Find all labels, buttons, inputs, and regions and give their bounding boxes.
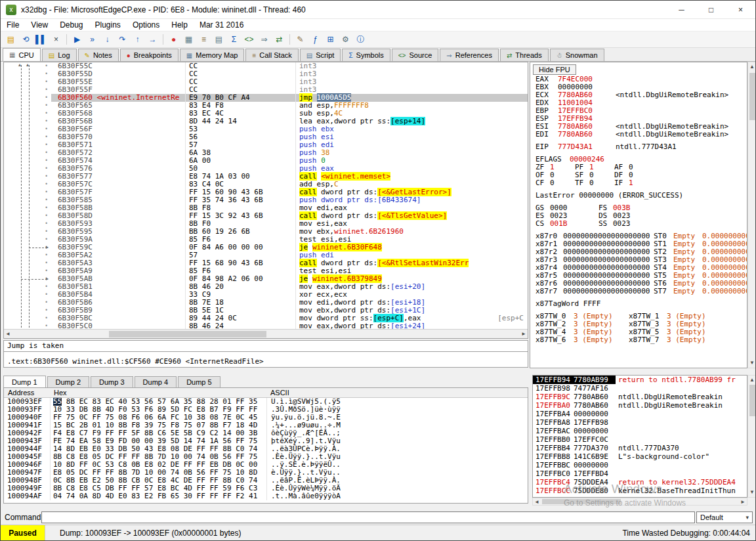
scroll-down-icon[interactable]: ▼ <box>749 359 755 367</box>
menu-debug[interactable]: Debug <box>54 20 89 30</box>
register-row[interactable]: EIP777D43A1ntdll.777D43A1 <box>536 143 747 151</box>
references-icon[interactable]: ⇒ <box>257 33 271 46</box>
register-row[interactable]: EAX7F4EC000 <box>536 76 747 83</box>
flags-row[interactable]: OF0SF0DF0 <box>536 171 747 179</box>
tab-breakpoints[interactable]: ●Breakpoints <box>120 49 178 61</box>
source-icon[interactable]: <> <box>242 33 256 46</box>
x87tw-row[interactable]: x87TW_03 (Empty)x87TW_13 (Empty) <box>536 313 747 320</box>
tab-snowman[interactable]: ☃Snowman <box>550 49 604 61</box>
tab-memory-map[interactable]: ▦Memory Map <box>180 49 245 61</box>
register-row[interactable]: EDI7780AB60<ntdll.DbgUiRemoteBreakin> <box>536 131 747 139</box>
stack-row[interactable]: 17EFFBA07780AB60ntdll.DbgUiRemoteBreakin <box>533 401 747 410</box>
menu-help[interactable]: Help <box>165 20 194 30</box>
stack-row[interactable]: 17EFFB9C7780AB60ntdll.DbgUiRemoteBreakin <box>533 393 747 401</box>
stack-row[interactable]: 17EFFBBC00000000 <box>533 461 747 469</box>
breakpoint-dot[interactable]: • <box>4 291 51 299</box>
tab-dump-5[interactable]: Dump 5 <box>178 376 220 387</box>
breakpoint-dot[interactable]: • <box>4 62 51 70</box>
register-row[interactable]: EFLAGS00000246 <box>536 156 747 163</box>
scroll-left-icon[interactable]: ◄ <box>534 498 539 506</box>
x87tw-row[interactable]: x87TW_23 (Empty)x87TW_33 (Empty) <box>536 320 747 328</box>
breakpoint-dot[interactable]: • <box>4 125 51 133</box>
tab-log[interactable]: ▤Log <box>42 49 77 61</box>
tab-references[interactable]: ⇒References <box>440 49 499 61</box>
tab-dump-3[interactable]: Dump 3 <box>91 376 133 387</box>
stack-row[interactable]: 17EFFBB4777DA370ntdll.777DA370 <box>533 444 747 452</box>
tab-symbols[interactable]: ΣSymbols <box>342 49 390 61</box>
menu-mar-31-2016[interactable]: Mar 31 2016 <box>194 20 249 30</box>
breakpoint-dot[interactable]: • <box>4 314 51 322</box>
breakpoint-dot[interactable]: • <box>4 149 51 157</box>
breakpoint-dot[interactable]: • <box>4 196 51 204</box>
vscroll-thumb[interactable] <box>749 73 755 120</box>
about-icon[interactable]: ⓘ <box>354 33 368 46</box>
memory-map-icon[interactable]: ▦ <box>182 33 196 46</box>
tab-dump-4[interactable]: Dump 4 <box>135 376 177 387</box>
scroll-left-icon[interactable]: ◄ <box>5 330 10 338</box>
register-row[interactable]: EBP17EFFBC0 <box>536 107 747 115</box>
breakpoint-dot[interactable]: • <box>4 283 51 291</box>
breakpoint-dot[interactable]: • <box>4 86 51 94</box>
scroll-up-icon[interactable]: ▲ <box>749 376 755 384</box>
stack-row[interactable]: 17EFFB987477AF16 <box>533 384 747 393</box>
script-icon[interactable]: ▤ <box>212 33 226 46</box>
step-out-icon[interactable]: ↑ <box>131 33 144 46</box>
stack-hscrollbar[interactable]: ◄ ► <box>532 498 747 506</box>
run-to-cursor-icon[interactable]: → <box>146 33 159 46</box>
breakpoint-dot[interactable]: • <box>4 118 51 125</box>
tab-notes[interactable]: ✎Notes <box>78 49 119 61</box>
breakpoint-dot[interactable]: • <box>4 78 51 86</box>
x87-register-row[interactable]: x87r500000000000000000000ST5Empty0.00000… <box>536 272 747 280</box>
vscroll-thumb[interactable] <box>749 385 755 416</box>
x87tw-row[interactable]: x87TW_43 (Empty)x87TW_53 (Empty) <box>536 328 747 336</box>
x87-register-row[interactable]: x87r100000000000000000000ST1Empty0.00000… <box>536 240 747 248</box>
breakpoint-dot[interactable]: • <box>4 307 51 314</box>
animate-icon[interactable]: » <box>85 33 99 46</box>
x87-register-row[interactable]: x87r000000000000000000000ST0Empty0.00000… <box>536 232 747 240</box>
flags-row[interactable]: ZF1PF1AF0 <box>536 163 747 171</box>
segment-row[interactable]: CS001BSS0023 <box>536 220 747 228</box>
segment-row[interactable]: ES0023DS0023 <box>536 212 747 220</box>
breakpoint-dot[interactable]: • <box>4 212 51 220</box>
threads-icon[interactable]: ⇄ <box>272 33 286 46</box>
step-into-icon[interactable]: ↓ <box>100 33 114 46</box>
stack-row[interactable]: 17EFFBA817EFFB98 <box>533 418 747 427</box>
menu-file[interactable]: File <box>1 20 25 30</box>
breakpoint-dot[interactable]: • <box>4 220 51 228</box>
breakpoint-dot[interactable]: • <box>4 157 51 165</box>
symbols-icon[interactable]: Σ <box>227 33 241 46</box>
register-row[interactable]: EBX00000000 <box>536 83 747 91</box>
register-row[interactable]: ESP17EFFB94 <box>536 115 747 123</box>
breakpoint-dot[interactable]: • <box>4 173 51 181</box>
stack-row[interactable]: 17EFFBAC00000000 <box>533 427 747 435</box>
hscroll-thumb[interactable] <box>542 499 621 504</box>
segment-row[interactable]: GS0000FS003B <box>536 204 747 212</box>
tab-cpu[interactable]: ▦CPU <box>3 48 41 61</box>
hide-fpu-button[interactable]: Hide FPU <box>533 64 576 75</box>
stack-row[interactable]: 17EFFBC017EFFBD4 <box>533 469 747 478</box>
breakpoint-dot[interactable]: • <box>4 267 51 275</box>
breakpoint-dot[interactable]: • <box>4 102 51 110</box>
tab-script[interactable]: ▤Script <box>300 49 341 61</box>
calculator-icon[interactable]: ⊞ <box>324 33 337 46</box>
x87-register-row[interactable]: x87r400000000000000000000ST4Empty0.00000… <box>536 264 747 272</box>
disasm-row[interactable]: •6B30F5C08B 46 24mov eax,dword ptr ds:[e… <box>4 322 528 329</box>
tab-dump-1[interactable]: Dump 1 <box>3 376 46 387</box>
breakpoint-dot[interactable]: • <box>4 70 51 78</box>
close-button[interactable]: × <box>726 1 755 19</box>
maximize-button[interactable]: □ <box>696 1 726 19</box>
breakpoint-dot[interactable]: • <box>4 188 51 196</box>
x87-register-row[interactable]: x87r700000000000000000000ST7Empty0.00000… <box>536 288 747 295</box>
favourites-icon[interactable]: ƒ <box>308 33 322 46</box>
call-stack-icon[interactable]: ≡ <box>197 33 211 46</box>
command-mode-dropdown[interactable]: Default ▾ <box>696 511 753 523</box>
stack-row[interactable]: 17EFFBCC75DDDE80kernel32.BaseThreadInitT… <box>533 487 747 495</box>
breakpoint-dot[interactable]: • <box>4 275 51 283</box>
stack-row[interactable]: 17EFFBB017EFFC0C <box>533 435 747 444</box>
x87-tagword-row[interactable]: x87TagWord FFFF <box>536 300 747 308</box>
breakpoint-dot[interactable]: • <box>4 236 51 244</box>
menu-options[interactable]: Options <box>127 20 165 30</box>
scroll-down-icon[interactable]: ▼ <box>749 488 755 496</box>
open-file-icon[interactable]: ▤ <box>4 33 18 46</box>
breakpoint-dot[interactable]: • <box>4 228 51 236</box>
